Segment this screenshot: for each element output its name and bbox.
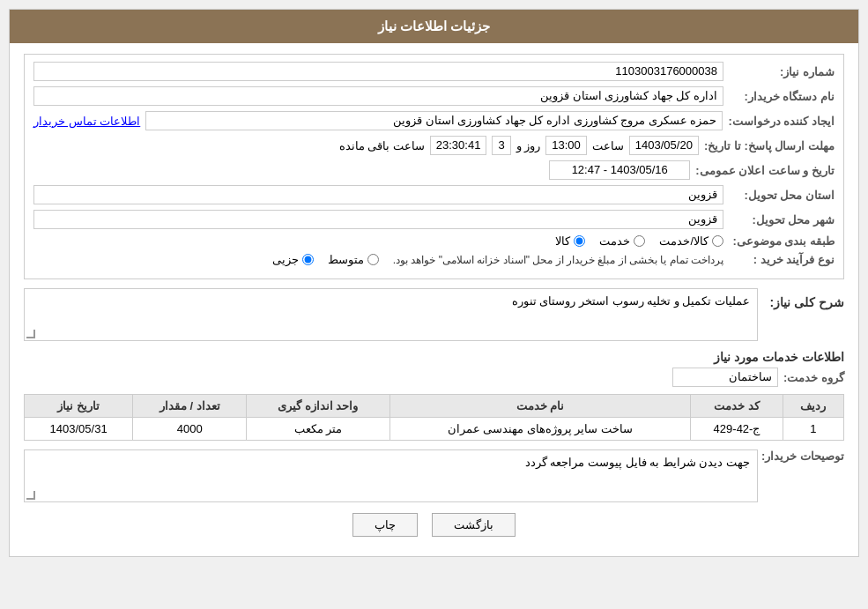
- buyer-notes-section: توصیحات خریدار: جهت دیدن شرایط به فایل پ…: [24, 449, 844, 502]
- page-header: جزئیات اطلاعات نیاز: [10, 10, 858, 43]
- purchase-type-label-motavaset: متوسط: [328, 253, 364, 266]
- col-date: تاریخ نیاز: [25, 395, 133, 418]
- description-box: عملیات تکمیل و تخلیه رسوب استخر روستای ت…: [24, 288, 758, 341]
- description-text: عملیات تکمیل و تخلیه رسوب استخر روستای ت…: [512, 294, 750, 308]
- cell-unit: متر مکعب: [247, 418, 389, 441]
- category-radio-kala-khadamat[interactable]: [712, 235, 723, 247]
- col-row-num: ردیف: [783, 395, 843, 418]
- purchase-type-radio-jozi[interactable]: [302, 254, 314, 265]
- city-value: قزوین: [33, 210, 723, 229]
- group-label: گروه خدمت:: [783, 371, 844, 384]
- col-unit: واحد اندازه گیری: [247, 395, 389, 418]
- category-radio-group: کالا/خدمت خدمت کالا: [555, 234, 723, 248]
- category-option-khadamat[interactable]: خدمت: [599, 234, 645, 248]
- category-row: طبقه بندی موضوعی: کالا/خدمت خدمت کالا: [33, 234, 835, 248]
- category-label-kala-khadamat: کالا/خدمت: [659, 234, 708, 248]
- cell-service-code: ج-42-429: [691, 418, 783, 441]
- category-label: طبقه بندی موضوعی:: [729, 234, 835, 248]
- province-label: استان محل تحویل:: [729, 189, 835, 202]
- category-option-kala-khadamat[interactable]: کالا/خدمت: [659, 234, 723, 248]
- announce-row: تاریخ و ساعت اعلان عمومی: 1403/05/16 - 1…: [33, 160, 835, 180]
- deadline-days: 3: [492, 136, 510, 155]
- cell-row-num: 1: [783, 418, 843, 441]
- purchase-type-label: نوع فرآیند خرید :: [729, 253, 835, 266]
- description-section-title: شرح کلی نیاز:: [765, 295, 844, 309]
- purchase-type-radio-group: پرداخت تمام یا بخشی از مبلغ خریدار از مح…: [272, 253, 723, 266]
- group-value: ساختمان: [672, 368, 778, 387]
- cell-date: 1403/05/31: [25, 418, 133, 441]
- deadline-label: مهلت ارسال پاسخ: تا تاریخ:: [704, 139, 835, 152]
- announce-label: تاریخ و ساعت اعلان عمومی:: [695, 164, 835, 177]
- buyer-notes-resize-handle[interactable]: [26, 491, 35, 500]
- table-header: ردیف کد خدمت نام خدمت واحد اندازه گیری ت…: [25, 395, 844, 418]
- table-header-row: ردیف کد خدمت نام خدمت واحد اندازه گیری ت…: [25, 395, 844, 418]
- province-value: قزوین: [33, 185, 723, 204]
- deadline-date: 1403/05/20: [629, 136, 699, 155]
- button-row: بازگشت چاپ: [24, 513, 844, 537]
- category-radio-khadamat[interactable]: [634, 235, 645, 247]
- purchase-type-label-jozi: جزیی: [272, 253, 299, 266]
- contact-link[interactable]: اطلاعات تماس خریدار: [33, 115, 140, 128]
- table-row: 1 ج-42-429 ساخت سایر پروژه‌های مهندسی عم…: [25, 418, 844, 441]
- col-service-code: کد خدمت: [691, 395, 783, 418]
- city-label: شهر محل تحویل:: [729, 213, 835, 227]
- deadline-row: مهلت ارسال پاسخ: تا تاریخ: 1403/05/20 سا…: [33, 136, 835, 155]
- purchase-type-option-motavaset[interactable]: متوسط: [328, 253, 379, 266]
- cell-service-name: ساخت سایر پروژه‌های مهندسی عمران: [389, 418, 690, 441]
- category-label-khadamat: خدمت: [599, 234, 630, 248]
- services-table: ردیف کد خدمت نام خدمت واحد اندازه گیری ت…: [24, 394, 844, 441]
- buyer-notes-text: جهت دیدن شرایط به فایل پیوست مراجعه گردد: [525, 456, 750, 469]
- main-info-section: شماره نیاز: 1103003176000038 نام دستگاه …: [24, 54, 844, 279]
- category-label-kala: کالا: [555, 234, 570, 248]
- deadline-day-label: روز و: [516, 139, 541, 152]
- print-button[interactable]: چاپ: [352, 513, 418, 537]
- deadline-time-label: ساعت: [592, 139, 624, 152]
- purchase-type-radio-motavaset[interactable]: [367, 254, 379, 265]
- creator-row: ایجاد کننده درخواست: حمزه عسکری مروج کشا…: [33, 111, 835, 130]
- buyer-org-row: نام دستگاه خریدار: اداره کل جهاد کشاورزی…: [33, 86, 835, 106]
- back-button[interactable]: بازگشت: [432, 513, 516, 537]
- content-area: شماره نیاز: 1103003176000038 نام دستگاه …: [10, 43, 858, 556]
- services-title: اطلاعات خدمات مورد نیاز: [24, 350, 844, 364]
- purchase-type-option-jozi[interactable]: جزیی: [272, 253, 314, 266]
- purchase-note: پرداخت تمام یا بخشی از مبلغ خریدار از مح…: [393, 254, 723, 266]
- buyer-notes-box: جهت دیدن شرایط به فایل پیوست مراجعه گردد: [24, 449, 758, 502]
- creator-value: حمزه عسکری مروج کشاورزی اداره کل جهاد کش…: [145, 111, 723, 130]
- table-body: 1 ج-42-429 ساخت سایر پروژه‌های مهندسی عم…: [25, 418, 844, 441]
- buyer-org-label: نام دستگاه خریدار:: [729, 90, 835, 103]
- category-radio-kala[interactable]: [574, 235, 585, 247]
- buyer-notes-label: توصیحات خریدار:: [765, 449, 844, 463]
- deadline-time: 13:00: [545, 136, 587, 155]
- city-row: شهر محل تحویل: قزوین: [33, 210, 835, 229]
- description-section: شرح کلی نیاز: عملیات تکمیل و تخلیه رسوب …: [24, 288, 844, 341]
- col-quantity: تعداد / مقدار: [133, 395, 247, 418]
- category-option-kala[interactable]: کالا: [555, 234, 585, 248]
- need-number-value: 1103003176000038: [33, 62, 723, 81]
- buyer-org-value: اداره کل جهاد کشاورزی استان قزوین: [33, 86, 723, 106]
- resize-handle[interactable]: [26, 330, 35, 338]
- col-service-name: نام خدمت: [389, 395, 690, 418]
- cell-quantity: 4000: [133, 418, 247, 441]
- need-number-row: شماره نیاز: 1103003176000038: [33, 62, 835, 81]
- purchase-type-row: نوع فرآیند خرید : پرداخت تمام یا بخشی از…: [33, 253, 835, 266]
- creator-label: ایجاد کننده درخواست:: [728, 115, 835, 128]
- deadline-remaining-label: ساعت باقی مانده: [339, 139, 425, 152]
- group-row: گروه خدمت: ساختمان: [24, 368, 844, 387]
- need-number-label: شماره نیاز:: [729, 65, 835, 78]
- deadline-remaining: 23:30:41: [430, 136, 487, 155]
- province-row: استان محل تحویل: قزوین: [33, 185, 835, 204]
- page-title: جزئیات اطلاعات نیاز: [378, 19, 490, 33]
- announce-value: 1403/05/16 - 12:47: [549, 160, 690, 180]
- main-container: جزئیات اطلاعات نیاز شماره نیاز: 11030031…: [9, 9, 859, 557]
